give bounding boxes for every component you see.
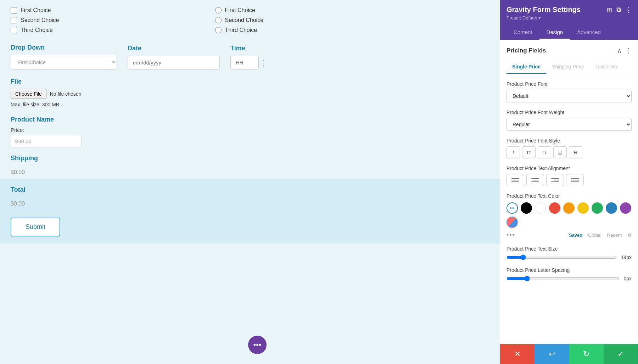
price-input[interactable] (11, 135, 82, 147)
undo-button[interactable]: ↩ (535, 344, 569, 364)
pricing-tab-shipping[interactable]: Shipping Price (546, 60, 589, 74)
time-expand-icon[interactable]: ⋮ (260, 59, 267, 67)
style-uppercase-button[interactable]: TT (522, 146, 536, 158)
date-input[interactable] (128, 56, 220, 69)
no-file-text: No file chosen (50, 91, 82, 97)
dropdown-field: Drop Down First Choice Second Choice Thi… (11, 44, 117, 69)
color-swatch-red[interactable] (549, 202, 560, 214)
panel-icon-columns[interactable]: ⧉ (616, 6, 621, 13)
submit-button[interactable]: Submit (11, 218, 60, 236)
total-value: $0.00 (11, 201, 25, 207)
time-label: Time (230, 45, 267, 52)
save-icon: ✓ (617, 349, 624, 359)
color-swatch-yellow[interactable] (577, 202, 589, 214)
pricing-fields-header: Pricing Fields ∧ ⋮ (507, 47, 632, 55)
style-underline-button[interactable]: U (553, 146, 567, 158)
product-price-text-color-label: Product Price Text Color (507, 193, 632, 199)
bottom-bar: ✕ ↩ ↻ ✓ (500, 344, 638, 364)
pricing-tab-single[interactable]: Single Price (507, 60, 546, 74)
color-swatch-white[interactable] (535, 202, 546, 214)
letter-spacing-slider[interactable] (507, 276, 619, 281)
shipping-label: Shipping (11, 155, 489, 162)
pricing-fields-title: Pricing Fields (507, 47, 546, 54)
color-tab-global[interactable]: Global (588, 233, 601, 238)
date-label: Date (128, 45, 220, 52)
shipping-value: $0.00 (11, 169, 25, 175)
checkbox-choice-1[interactable]: First Choice (11, 7, 59, 13)
panel-icons: ⊞ ⧉ ⋮ (607, 6, 632, 14)
style-capitalize-button[interactable]: Tt (538, 146, 551, 158)
radio-input-1[interactable] (215, 7, 222, 13)
checkbox-input-1[interactable] (11, 7, 17, 13)
color-tab-saved[interactable]: Saved (569, 233, 582, 238)
date-field: Date (128, 45, 220, 69)
radio-input-2[interactable] (215, 17, 222, 23)
choose-file-button[interactable]: Choose File (11, 89, 46, 99)
color-swatch-black[interactable] (521, 202, 532, 214)
radio-group: First Choice Second Choice Third Choice (215, 7, 264, 33)
radio-choice-1[interactable]: First Choice (215, 7, 264, 13)
checkbox-label-2: Second Choice (21, 17, 59, 23)
align-line (531, 181, 539, 182)
color-settings-icon[interactable]: ⚙ (627, 233, 632, 238)
product-price-text-alignment-field: Product Price Text Alignment (507, 166, 632, 186)
product-price-letter-spacing-label: Product Price Letter Spacing (507, 267, 632, 273)
product-price-font-select[interactable]: Default Arial Georgia (507, 90, 632, 102)
checkbox-choice-3[interactable]: Third Choice (11, 27, 59, 33)
save-button[interactable]: ✓ (604, 344, 638, 364)
panel-icon-more[interactable]: ⋮ (625, 6, 632, 14)
radio-label-1: First Choice (225, 7, 255, 13)
file-label: File (11, 78, 489, 85)
color-more-button[interactable]: ••• (507, 231, 515, 239)
align-left-icon (511, 178, 519, 182)
product-price-text-alignment-label: Product Price Text Alignment (507, 166, 632, 171)
checkbox-input-2[interactable] (11, 17, 17, 23)
color-swatch-custom[interactable] (507, 217, 518, 228)
checkbox-input-3[interactable] (11, 27, 17, 33)
letter-spacing-value: 0px (623, 276, 632, 281)
panel-body: Pricing Fields ∧ ⋮ Single Price Shipping… (500, 40, 638, 344)
cancel-button[interactable]: ✕ (500, 344, 535, 364)
color-pencil-button[interactable]: ✏ (507, 202, 518, 214)
settings-panel: Gravity Form Settings ⊞ ⧉ ⋮ Preset: Defa… (500, 0, 638, 364)
tab-content[interactable]: Content (507, 26, 539, 40)
color-swatch-green[interactable] (592, 202, 603, 214)
align-justify-button[interactable] (566, 174, 584, 186)
pricing-tab-total[interactable]: Total Price (589, 60, 624, 74)
time-input[interactable] (230, 56, 259, 69)
color-tab-recent[interactable]: Recent (607, 233, 622, 238)
align-right-button[interactable] (546, 174, 564, 186)
align-left-button[interactable] (507, 174, 524, 186)
align-line (551, 181, 559, 182)
product-price-text-color-field: Product Price Text Color ✏ ••• Saved Glo… (507, 193, 632, 239)
color-swatch-blue[interactable] (606, 202, 617, 214)
pricing-collapse-icon[interactable]: ∧ (617, 47, 622, 55)
product-price-font-weight-select[interactable]: Regular Bold Light (507, 118, 632, 131)
color-swatch-purple[interactable] (620, 202, 631, 214)
pricing-tabs: Single Price Shipping Price Total Price (507, 60, 632, 74)
redo-icon: ↻ (583, 349, 589, 359)
radio-choice-2[interactable]: Second Choice (215, 17, 264, 23)
product-price-letter-spacing-field: Product Price Letter Spacing 0px (507, 267, 632, 281)
style-strikethrough-button[interactable]: S (569, 146, 582, 158)
text-size-slider[interactable] (507, 254, 617, 260)
tab-advanced[interactable]: Advanced (570, 26, 608, 40)
dropdown-select[interactable]: First Choice Second Choice Third Choice (11, 55, 117, 69)
panel-icon-grid[interactable]: ⊞ (607, 6, 612, 14)
align-line (511, 180, 518, 180)
product-name-label: Product Name (11, 116, 489, 123)
redo-button[interactable]: ↻ (569, 344, 604, 364)
radio-input-3[interactable] (215, 27, 222, 33)
panel-header: Gravity Form Settings ⊞ ⧉ ⋮ Preset: Defa… (500, 0, 638, 40)
product-price-font-style-label: Product Price Font Style (507, 138, 632, 144)
align-center-button[interactable] (526, 174, 544, 186)
color-swatch-orange[interactable] (563, 202, 575, 214)
fab-button[interactable]: ••• (248, 336, 267, 354)
pricing-more-icon[interactable]: ⋮ (625, 47, 632, 55)
checkbox-choice-2[interactable]: Second Choice (11, 17, 59, 23)
tab-design[interactable]: Design (539, 26, 570, 40)
radio-choice-3[interactable]: Third Choice (215, 27, 264, 33)
letter-spacing-row: 0px (507, 276, 632, 281)
product-price-text-size-label: Product Price Text Size (507, 246, 632, 252)
style-italic-button[interactable]: I (507, 146, 520, 158)
